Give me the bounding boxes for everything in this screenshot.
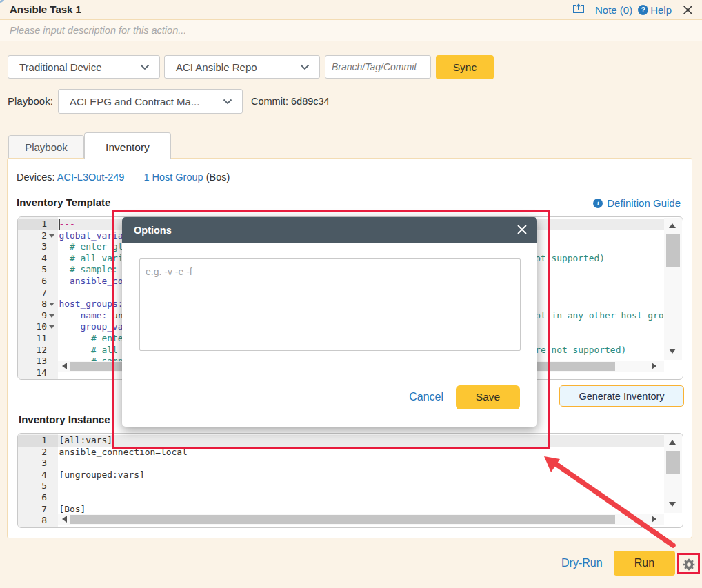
scroll-down-icon[interactable] (669, 502, 676, 507)
gutter-line-number: 3 (18, 241, 58, 253)
definition-guide-label: Definition Guide (607, 197, 681, 209)
scroll-left-icon[interactable] (62, 363, 67, 369)
host-group-link[interactable]: 1 Host Group (143, 172, 203, 183)
fold-arrow-icon[interactable] (49, 325, 54, 329)
gutter-line-number: 12 (18, 345, 58, 356)
devices-label: Devices: (17, 172, 55, 183)
options-modal-title: Options (134, 225, 172, 236)
scroll-right-icon[interactable] (652, 363, 656, 369)
save-button[interactable]: Save (456, 385, 520, 409)
gutter-line-number: 4 (18, 253, 58, 265)
generate-inventory-button[interactable]: Generate Inventory (559, 385, 684, 407)
gutter-line-number: 6 (18, 276, 58, 287)
scroll-up-icon[interactable] (669, 223, 676, 228)
options-modal-header[interactable]: Options (122, 217, 537, 243)
device-type-value: Traditional Device (8, 61, 140, 73)
horizontal-scrollbar[interactable] (58, 514, 664, 525)
options-modal: Options Cancel Save (122, 217, 537, 427)
help-button[interactable]: ? Help (638, 4, 672, 16)
close-icon[interactable] (683, 5, 693, 15)
gear-icon[interactable] (681, 556, 697, 573)
page-title: Ansible Task 1 (10, 0, 81, 19)
scroll-left-icon[interactable] (62, 516, 67, 523)
vertical-scrollbar[interactable] (664, 434, 682, 513)
gutter-line-number: 7 (18, 504, 58, 516)
fold-arrow-icon[interactable] (49, 234, 54, 238)
vertical-scrollbar[interactable] (664, 218, 682, 360)
gutter-line-number: 1 (18, 219, 58, 230)
device-type-select[interactable]: Traditional Device (8, 55, 160, 79)
window-corner-arc (0, 0, 5, 3)
gutter-line-number: 5 (18, 480, 58, 492)
cancel-button[interactable]: Cancel (409, 391, 443, 403)
chevron-down-icon (223, 99, 232, 105)
sync-button[interactable]: Sync (436, 55, 494, 79)
scroll-down-icon[interactable] (669, 349, 676, 354)
scroll-up-icon[interactable] (669, 440, 676, 445)
gutter-line-number: 2 (18, 230, 58, 242)
gutter-line-number: 8 (18, 298, 58, 310)
repo-value: ACI Ansible Repo (165, 61, 300, 73)
popout-icon[interactable] (572, 3, 585, 17)
inventory-instance-editor[interactable]: 12345678[all:vars]ansible_connection=loc… (17, 433, 683, 528)
code-line (58, 458, 664, 469)
options-modal-footer: Cancel Save (122, 384, 537, 410)
gutter-line-number: 9 (18, 310, 58, 322)
playbook-select[interactable]: ACI EPG and Contract Ma... (58, 89, 243, 114)
playbook-label: Playbook: (8, 89, 53, 114)
definition-guide-link[interactable]: i Definition Guide (593, 197, 681, 209)
gutter-line-number: 10 (18, 321, 58, 333)
scrollbar-thumb[interactable] (666, 451, 680, 474)
run-button[interactable]: Run (614, 551, 675, 576)
text-caret (59, 219, 60, 230)
host-group-suffix: (Bos) (206, 172, 230, 183)
tab-inventory[interactable]: Inventory (84, 132, 171, 159)
gutter-line-number: 7 (18, 287, 58, 299)
code-line: [ungrouped:vars] (58, 469, 664, 481)
gutter-line-number: 6 (18, 492, 58, 504)
gutter-line-number: 1 (18, 435, 58, 447)
inventory-template-title: Inventory Template (17, 196, 110, 208)
chevron-down-icon (300, 64, 310, 70)
dry-run-link[interactable]: Dry-Run (561, 557, 603, 569)
scrollbar-thumb[interactable] (70, 515, 615, 524)
description-bar[interactable]: Please input description for this action… (0, 20, 702, 41)
help-label: Help (650, 4, 672, 16)
fold-arrow-icon[interactable] (49, 303, 54, 306)
devices-row: Devices: ACI-L3Out-249 1 Host Group (Bos… (17, 172, 230, 183)
description-placeholder: Please input description for this action… (10, 20, 186, 41)
chevron-down-icon (140, 64, 150, 70)
code-line: ansible_connection=local (58, 447, 664, 458)
gutter-line-number: 2 (18, 447, 58, 458)
gutter-line-number: 4 (18, 469, 58, 481)
devices-link[interactable]: ACI-L3Out-249 (57, 172, 125, 183)
note-button[interactable]: Note (0) (595, 4, 632, 16)
title-bar-actions: Note (0) ? Help (572, 0, 693, 19)
code-line (58, 492, 664, 504)
question-icon: ? (638, 5, 648, 15)
tab-playbook[interactable]: Playbook (8, 135, 84, 158)
repo-select[interactable]: ACI Ansible Repo (164, 55, 320, 79)
gutter-line-number: 13 (18, 356, 58, 367)
gutter-line-number: 11 (18, 333, 58, 345)
scrollbar-thumb[interactable] (666, 234, 680, 267)
modal-close-icon[interactable] (517, 224, 528, 235)
commit-label: Commit: 6d89c34 (251, 89, 330, 114)
branch-tag-commit-input[interactable] (325, 55, 431, 79)
code-line (58, 480, 664, 492)
title-bar: Ansible Task 1 Note (0) ? Help (0, 0, 702, 20)
fold-arrow-icon[interactable] (49, 314, 54, 318)
scroll-right-icon[interactable] (652, 516, 656, 523)
gutter-line-number: 5 (18, 264, 58, 276)
editor-gutter: 12345678 (18, 434, 58, 527)
code-line: [all:vars] (58, 435, 664, 447)
gutter-line-number: 8 (18, 515, 58, 527)
playbook-value: ACI EPG and Contract Ma... (59, 96, 223, 108)
info-icon: i (593, 199, 603, 208)
options-textarea[interactable] (139, 258, 521, 351)
gutter-line-number: 14 (18, 367, 58, 379)
gutter-line-number: 3 (18, 458, 58, 469)
editor-gutter: 1234567891011121314 (18, 217, 58, 379)
inventory-instance-title: Inventory Instance (19, 414, 110, 425)
